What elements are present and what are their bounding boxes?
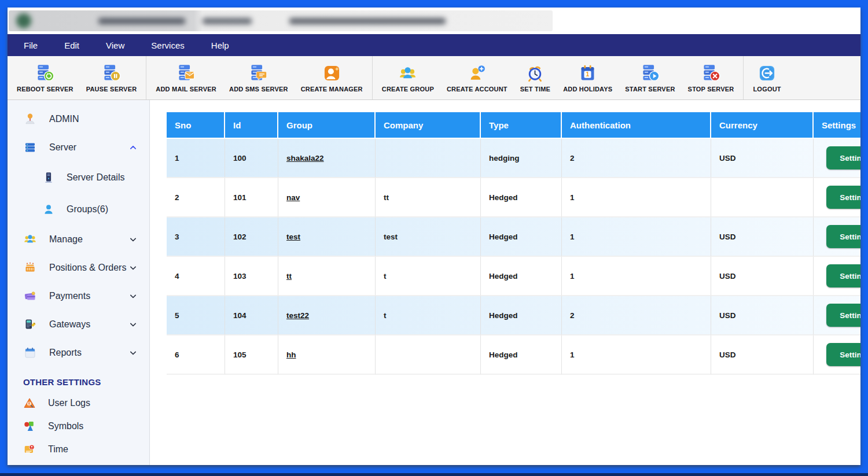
cell-group: tt <box>278 257 376 296</box>
cell-group: test22 <box>278 296 376 335</box>
toolbar-logout-button[interactable]: LOGOUT <box>746 60 787 95</box>
row-settings-button[interactable]: Settings <box>826 225 860 248</box>
menu-services[interactable]: Services <box>151 40 185 50</box>
cell-type: Hedged <box>481 296 562 335</box>
cell-group: nav <box>278 178 376 217</box>
cell-group: shakala22 <box>278 139 376 178</box>
cell-authentication: 1 <box>562 217 711 257</box>
menu-edit[interactable]: Edit <box>64 40 79 50</box>
cell-currency <box>711 178 814 217</box>
pause-server-icon <box>101 63 122 83</box>
sidebar: ADMINServerServer DetailsGroups(6)Manage… <box>8 100 150 465</box>
app-window: FileEditViewServicesHelp REBOOT SERVERPA… <box>8 8 860 465</box>
cell-currency: USD <box>711 335 814 375</box>
toolbar-create-account-button[interactable]: CREATE ACCOUNT <box>440 60 514 95</box>
menu-help[interactable]: Help <box>211 40 229 50</box>
toolbar-label: ADD SMS SERVER <box>229 86 288 93</box>
cell-sno: 4 <box>167 257 225 296</box>
table-row: 5104test22tHedged2USDSettings <box>167 296 860 335</box>
sidebar-item-symbols[interactable]: Symbols <box>8 415 149 438</box>
toolbar-create-group-button[interactable]: CREATE GROUP <box>376 60 440 95</box>
column-header-company: Company <box>376 112 481 139</box>
toolbar-start-server-button[interactable]: START SERVER <box>619 60 681 95</box>
column-header-authentication: Authentication <box>562 112 711 139</box>
toolbar-pause-server-button[interactable]: PAUSE SERVER <box>80 60 144 95</box>
cell-id: 103 <box>225 257 278 296</box>
toolbar-set-time-button[interactable]: SET TIME <box>514 60 557 95</box>
group-link[interactable]: nav <box>286 193 300 202</box>
sidebar-item-reports[interactable]: Reports <box>8 338 149 367</box>
toolbar-group: REBOOT SERVERPAUSE SERVER <box>8 56 146 99</box>
sidebar-subitem-server-details[interactable]: Server Details <box>8 161 149 193</box>
sidebar-item-payments[interactable]: Payments <box>8 282 149 310</box>
row-settings-button[interactable]: Settings <box>826 343 860 366</box>
group-link[interactable]: tt <box>286 272 292 281</box>
cell-currency: USD <box>711 139 814 178</box>
row-settings-button[interactable]: Settings <box>826 264 860 287</box>
toolbar-label: SET TIME <box>520 86 550 93</box>
sidebar-item-label: Positions & Orders <box>49 263 127 273</box>
group-link[interactable]: shakala22 <box>286 154 324 163</box>
cell-company: tt <box>376 178 481 217</box>
cell-company: test <box>376 217 481 257</box>
cell-type: Hedged <box>481 217 562 257</box>
groups-icon <box>42 203 55 216</box>
sidebar-item-label: Symbols <box>48 421 83 431</box>
group-link[interactable]: test22 <box>286 311 309 320</box>
menu-view[interactable]: View <box>106 40 124 50</box>
sidebar-subitem-label: Server Details <box>67 172 124 183</box>
toolbar-create-manager-button[interactable]: CREATE MANAGER <box>295 60 369 95</box>
cell-company: t <box>376 257 481 296</box>
row-settings-button[interactable]: Settings <box>826 146 860 169</box>
reports-icon <box>23 346 37 360</box>
toolbar-label: ADD HOLIDAYS <box>563 86 612 93</box>
chevron-down-icon <box>127 262 139 274</box>
cell-type: Hedged <box>481 335 562 375</box>
groups-table: SnoIdGroupCompanyTypeAuthenticationCurre… <box>167 112 860 375</box>
cell-settings: Settings <box>814 217 860 257</box>
sidebar-item-server[interactable]: Server <box>8 133 149 161</box>
time-icon <box>23 443 36 456</box>
app-icon <box>16 13 31 28</box>
toolbar-label: LOGOUT <box>753 86 781 93</box>
column-header-group: Group <box>278 112 376 139</box>
main-panel: SnoIdGroupCompanyTypeAuthenticationCurre… <box>150 100 860 465</box>
cell-id: 100 <box>225 139 278 178</box>
menu-file[interactable]: File <box>24 40 38 50</box>
symbols-icon <box>23 420 36 433</box>
cell-sno: 1 <box>167 139 225 178</box>
cell-currency: USD <box>711 257 814 296</box>
sidebar-item-positions-orders[interactable]: Positions & Orders <box>8 253 149 282</box>
toolbar-stop-server-button[interactable]: STOP SERVER <box>682 60 741 95</box>
sidebar-subitem-groups-6[interactable]: Groups(6) <box>8 193 149 225</box>
sidebar-item-admin[interactable]: ADMIN <box>8 105 149 133</box>
chevron-up-icon <box>127 142 139 153</box>
create-account-icon <box>467 63 487 83</box>
sidebar-item-time[interactable]: Time <box>8 438 149 461</box>
sidebar-item-gateways[interactable]: Gateways <box>8 310 149 338</box>
row-settings-button[interactable]: Settings <box>826 186 860 209</box>
toolbar-add-sms-server-button[interactable]: ADD SMS SERVER <box>223 60 295 95</box>
sidebar-item-label: Payments <box>49 291 127 301</box>
row-settings-button[interactable]: Settings <box>826 304 860 327</box>
cell-company <box>376 335 481 375</box>
payments-icon <box>23 289 37 303</box>
sidebar-item-user-logs[interactable]: User Logs <box>8 392 149 415</box>
cell-authentication: 2 <box>562 139 711 178</box>
toolbar-add-mail-server-button[interactable]: ADD MAIL SERVER <box>149 60 223 95</box>
toolbar-add-holidays-button[interactable]: 1ADD HOLIDAYS <box>557 60 619 95</box>
group-link[interactable]: hh <box>286 350 296 359</box>
toolbar-label: STOP SERVER <box>688 86 734 93</box>
table-header-row: SnoIdGroupCompanyTypeAuthenticationCurre… <box>167 112 860 139</box>
cell-type: Hedged <box>481 257 562 296</box>
group-link[interactable]: test <box>286 233 300 241</box>
toolbar-reboot-server-button[interactable]: REBOOT SERVER <box>10 60 80 95</box>
chevron-down-icon <box>127 234 139 245</box>
cell-sno: 6 <box>167 335 225 375</box>
cell-group: hh <box>278 335 376 375</box>
cell-currency: USD <box>711 296 814 335</box>
other-settings-header: OTHER SETTINGS <box>8 377 149 387</box>
sidebar-item-manage[interactable]: Manage <box>8 225 149 253</box>
sidebar-item-label: Gateways <box>49 319 127 330</box>
toolbar-label: CREATE GROUP <box>382 86 434 93</box>
